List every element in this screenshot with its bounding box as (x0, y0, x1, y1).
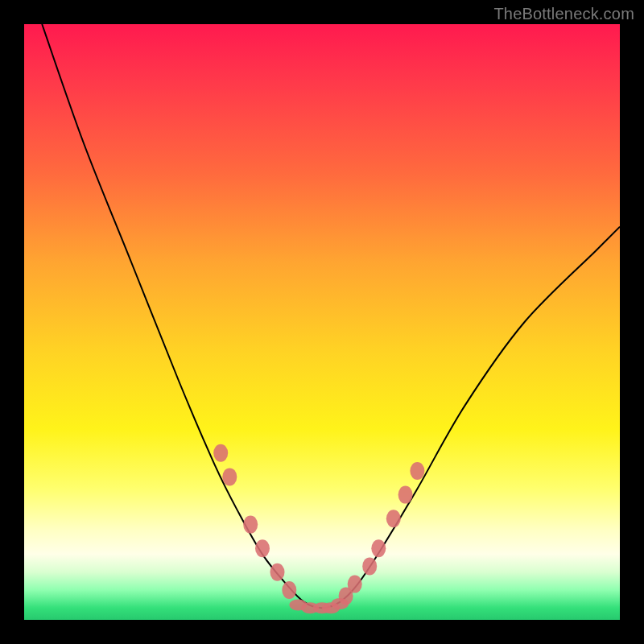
marker-dot (410, 462, 424, 480)
marker-dot (222, 468, 237, 485)
marker-dot (270, 564, 285, 581)
marker-dot (331, 598, 349, 609)
chart-frame: TheBottleneck.com (0, 0, 644, 644)
marker-dot (213, 444, 228, 462)
marker-dot (398, 486, 413, 504)
chart-svg (24, 24, 620, 620)
marker-dot (362, 557, 377, 575)
watermark-text: TheBottleneck.com (493, 5, 634, 23)
chart-plot-area (24, 24, 620, 620)
marker-dot (348, 576, 362, 593)
bottleneck-curve (42, 24, 620, 608)
marker-dot (371, 539, 386, 557)
marker-dot (255, 539, 270, 557)
marker-dot (282, 581, 296, 599)
marker-dot (386, 510, 401, 527)
marker-dot (243, 516, 258, 534)
